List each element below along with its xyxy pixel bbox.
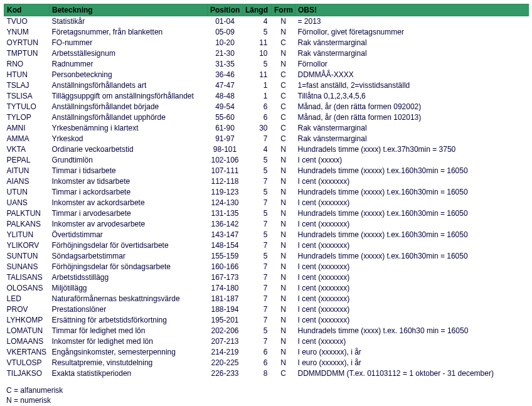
cell-form: C	[272, 80, 295, 91]
legend: C = alfanumerisk N = numerisk	[6, 385, 528, 405]
cell-obs: I cent (xxxxxxx)	[295, 294, 529, 304]
cell-beteckning: Yrkeskod	[50, 134, 208, 144]
cell-kod: UTUN	[4, 187, 50, 198]
cell-form: N	[272, 240, 295, 251]
cell-kod: SUNANS	[4, 262, 50, 272]
cell-kod: LOMAANS	[4, 336, 50, 347]
cell-obs: = 2013	[295, 16, 529, 27]
cell-form: N	[272, 315, 295, 326]
cell-beteckning: Anställningsförhållandets art	[50, 80, 208, 91]
cell-form: N	[272, 198, 295, 208]
cell-beteckning: Inkomster av tidsarbete	[50, 176, 208, 187]
col-header-kod: Kod	[4, 4, 50, 16]
cell-beteckning: Inkomster av ackordsarbete	[50, 198, 208, 208]
cell-langd: 5	[243, 166, 272, 176]
cell-kod: TMPTUN	[4, 48, 50, 59]
cell-form: N	[272, 230, 295, 240]
legend-c: C = alfanumerisk	[6, 385, 528, 395]
cell-position: 98-101	[208, 144, 243, 155]
table-row: PALKANSInkomster av arvodesarbete136-142…	[4, 219, 529, 230]
cell-form: N	[272, 155, 295, 166]
cell-langd: 1	[243, 91, 272, 102]
table-row: TSLAJAnställningsförhållandets art47-471…	[4, 80, 529, 91]
cell-kod: VTULOSP	[4, 358, 50, 368]
cell-position: 55-60	[208, 112, 243, 123]
cell-beteckning: Engångsinkomster, semesterpenning	[50, 347, 208, 358]
table-row: SUNANSFörhöjningsdelar för söndagsarbete…	[4, 262, 529, 272]
cell-beteckning: Företagsnummer, från blanketten	[50, 27, 208, 38]
table-row: LOMATUNTimmar för ledighet med lön202-20…	[4, 326, 529, 336]
legend-n: N = numerisk	[6, 395, 528, 405]
cell-form: N	[272, 16, 295, 27]
cell-beteckning: Grundtimlön	[50, 155, 208, 166]
table-row: UANSInkomster av ackordsarbete124-1307NI…	[4, 198, 529, 208]
cell-langd: 5	[243, 27, 272, 38]
cell-beteckning: Inkomster av arvodesarbete	[50, 219, 208, 230]
table-row: VTULOSPResultatpremie, vinstutdelning220…	[4, 358, 529, 368]
cell-form: C	[272, 70, 295, 80]
cell-obs: I cent (xxxxxxx)	[295, 262, 529, 272]
table-row: TYTULOAnställningsförhållandet började49…	[4, 102, 529, 112]
table-row: VKERTANSEngångsinkomster, semesterpennin…	[4, 347, 529, 358]
cell-beteckning: Söndagsarbetstimmar	[50, 251, 208, 262]
cell-kod: HTUN	[4, 70, 50, 80]
cell-kod: TVUO	[4, 16, 50, 27]
cell-position: 148-154	[208, 240, 243, 251]
cell-beteckning: Ordinarie veckoarbetstid	[50, 144, 208, 155]
cell-form: C	[272, 368, 295, 379]
cell-langd: 5	[243, 59, 272, 70]
cell-langd: 5	[243, 230, 272, 240]
cell-position: 160-166	[208, 262, 243, 272]
cell-beteckning: Ersättning för arbetstidsförkortning	[50, 315, 208, 326]
cell-kod: TALISANS	[4, 272, 50, 283]
cell-position: 131-135	[208, 208, 243, 219]
cell-position: 102-106	[208, 155, 243, 166]
table-row: TILJAKSOExakta statistikperioden226-2338…	[4, 368, 529, 379]
cell-position: 61-90	[208, 123, 243, 134]
col-header-form: Form	[272, 4, 295, 16]
cell-langd: 5	[243, 155, 272, 166]
cell-obs: I euro (xxxxxx), i år	[295, 347, 529, 358]
cell-langd: 7	[243, 272, 272, 283]
cell-kod: PROV	[4, 304, 50, 315]
cell-obs: Månad, år (den rätta formen 102013)	[295, 112, 529, 123]
cell-form: N	[272, 144, 295, 155]
cell-position: 31-35	[208, 59, 243, 70]
cell-kod: AMMA	[4, 134, 50, 144]
cell-form: C	[272, 134, 295, 144]
table-row: AITUNTimmar i tidsarbete107-1115NHundrad…	[4, 166, 529, 176]
cell-kod: VKTA	[4, 144, 50, 155]
cell-form: N	[272, 251, 295, 262]
cell-obs: I cent (xxxxxxx)	[295, 176, 529, 187]
cell-position: 107-111	[208, 166, 243, 176]
cell-obs: Hundradels timme (xxxxx) t.ex.160h30min …	[295, 208, 529, 219]
cell-form: N	[272, 347, 295, 358]
table-row: OLOSANSMiljötillägg174-1807NI cent (xxxx…	[4, 283, 529, 294]
cell-position: 181-187	[208, 294, 243, 304]
table-row: PALKTUNTimmar i arvodesarbete131-1355NHu…	[4, 208, 529, 219]
cell-form: C	[272, 38, 295, 48]
cell-obs: I cent (xxxxxxx)	[295, 198, 529, 208]
cell-obs: I euro (xxxxxx), i år	[295, 358, 529, 368]
cell-langd: 10	[243, 48, 272, 59]
cell-position: 143-147	[208, 230, 243, 240]
cell-obs: Hundradels timme (xxxxx) t.ex.160h30min …	[295, 230, 529, 240]
cell-langd: 11	[243, 70, 272, 80]
cell-obs: 1=fast anställd, 2=visstidsanställd	[295, 80, 529, 91]
cell-obs: Förnollor, givet företagsnummer	[295, 27, 529, 38]
table-row: AMNIYrkesbenämning i klartext61-9030CRak…	[4, 123, 529, 134]
table-row: LEDNaturaförmånernas beskattningsvärde18…	[4, 294, 529, 304]
cell-position: 49-54	[208, 102, 243, 112]
cell-beteckning: Prestationslöner	[50, 304, 208, 315]
cell-kod: UANS	[4, 198, 50, 208]
cell-form: C	[272, 112, 295, 123]
cell-langd: 1	[243, 80, 272, 91]
cell-position: 220-225	[208, 358, 243, 368]
table-row: PEPALGrundtimlön102-1065NI cent (xxxxx)	[4, 155, 529, 166]
cell-beteckning: Timmar i ackordsarbete	[50, 187, 208, 198]
cell-langd: 7	[243, 294, 272, 304]
cell-position: 91-97	[208, 134, 243, 144]
cell-langd: 5	[243, 187, 272, 198]
cell-position: 119-123	[208, 187, 243, 198]
cell-obs: I cent (xxxxxxx)	[295, 304, 529, 315]
